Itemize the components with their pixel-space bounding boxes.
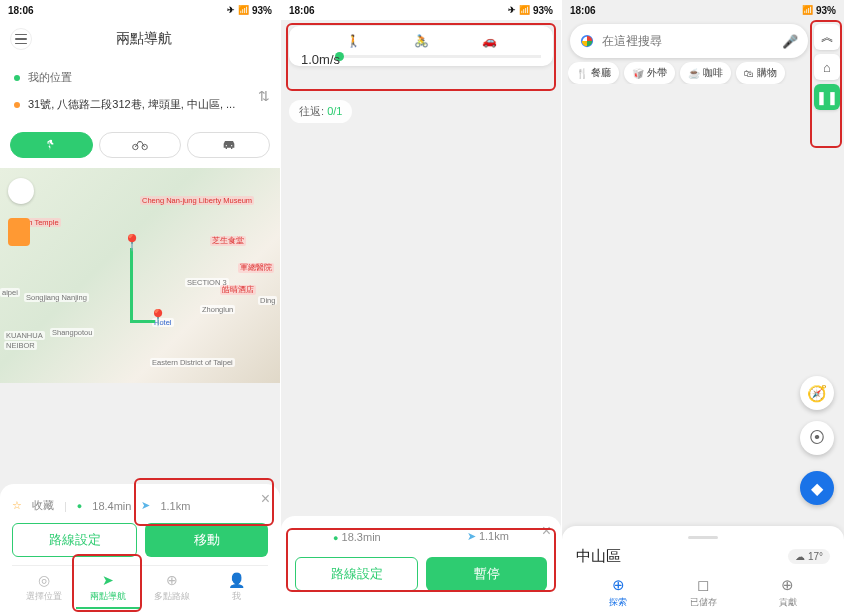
go-button[interactable]: 移動: [145, 523, 268, 557]
compass-button[interactable]: 🧭: [800, 376, 834, 410]
origin-input[interactable]: 我的位置: [10, 64, 270, 91]
google-icon: [580, 34, 594, 48]
directions-fab[interactable]: ◆: [800, 471, 834, 505]
nav-arrow-icon: ➤: [467, 530, 476, 542]
bottom-sheet[interactable]: 中山區 ☁17° ⊕探索 ◻已儲存 ⊕貢獻: [562, 526, 844, 615]
svg-point-3: [225, 145, 226, 146]
tab-contribute[interactable]: ⊕貢獻: [745, 576, 830, 609]
sheet-handle[interactable]: [688, 536, 718, 539]
status-battery: 93%: [816, 5, 836, 16]
plus-circle-icon: ⊕: [781, 576, 794, 594]
home-button[interactable]: ⌂: [814, 54, 840, 80]
car-icon: [221, 139, 237, 151]
screen-google-maps: 18:06 📶93% 龍江路 民生東路三段 長春路 合江街21巷 合江街31巷 …: [562, 0, 844, 615]
mode-car-button[interactable]: [187, 132, 270, 158]
bike-icon: [132, 139, 148, 151]
status-battery: 93%: [533, 5, 553, 16]
weather-badge: ☁17°: [788, 549, 830, 564]
nav-arrow-icon: ➤: [141, 499, 150, 512]
pause-button[interactable]: 暫停: [426, 557, 547, 591]
route-time: 18.4min: [92, 500, 131, 512]
destination-input[interactable]: 31號, 八德路二段312巷, 埤頭里, 中山區, ...: [10, 91, 270, 118]
close-icon[interactable]: ×: [542, 522, 551, 540]
tab-explore[interactable]: ⊕探索: [576, 576, 661, 609]
navigate-icon: ➤: [102, 572, 114, 588]
compass-icon: 🧭: [807, 384, 827, 403]
pause-icon: ❚❚: [816, 90, 838, 105]
close-icon[interactable]: ×: [261, 490, 270, 508]
status-time: 18:06: [8, 5, 34, 16]
chip-takeout[interactable]: 🥡外帶: [624, 62, 675, 84]
time-dot-icon: ●: [333, 533, 338, 543]
tab-select-location[interactable]: ◎選擇位置: [12, 566, 76, 609]
home-icon: ⌂: [823, 60, 831, 75]
route-distance: 1.1km: [160, 500, 190, 512]
directions-icon: ◆: [811, 479, 823, 498]
tab-profile[interactable]: 👤我: [204, 566, 268, 609]
swap-icon[interactable]: ⇅: [258, 88, 270, 104]
map-side-button[interactable]: [8, 218, 30, 246]
status-time: 18:06: [570, 5, 596, 16]
mode-walk-button[interactable]: [10, 132, 93, 158]
category-chips: 🍴餐廳 🥡外帶 ☕咖啡 🛍購物: [568, 62, 808, 84]
chevron-up-icon: ︽: [821, 28, 834, 46]
my-location-button[interactable]: ⦿: [800, 421, 834, 455]
location-title: 中山區: [576, 547, 621, 566]
map-layers-button[interactable]: [8, 178, 34, 204]
status-time: 18:06: [289, 5, 315, 16]
mode-bike-button[interactable]: [99, 132, 182, 158]
route-time: 18.3min: [342, 531, 381, 543]
locate-icon: ⦿: [809, 429, 825, 447]
screen-moving: 18:06 ✈📶93% 🚶 🚴 🚗 1.0m/s 往返: 0/1 × ● 18.…: [281, 0, 562, 615]
status-battery: 93%: [252, 5, 272, 16]
person-icon: 👤: [228, 572, 245, 588]
map-view[interactable]: Cheng Nan-jung Liberty Museum Songjiang …: [0, 168, 280, 383]
bike-icon[interactable]: 🚴: [414, 34, 429, 48]
origin-dot-icon: [14, 75, 20, 81]
bookmark-icon: ◻: [697, 576, 709, 594]
svg-point-4: [231, 145, 232, 146]
search-bar[interactable]: 🎤: [570, 24, 808, 58]
speed-card[interactable]: 🚶 🚴 🚗 1.0m/s: [289, 26, 553, 66]
chip-restaurant[interactable]: 🍴餐廳: [568, 62, 619, 84]
route-icon: ⊕: [166, 572, 178, 588]
walk-icon[interactable]: 🚶: [346, 34, 361, 48]
statusbar: 18:06 📶93%: [562, 0, 844, 20]
time-dot-icon: ●: [77, 501, 82, 511]
speed-slider[interactable]: [341, 55, 541, 58]
search-input[interactable]: [602, 34, 774, 48]
tab-two-point-nav[interactable]: ➤兩點導航: [76, 566, 140, 609]
route-sheet: × ● 18.3min ➤ 1.1km 路線設定 暫停: [281, 516, 561, 615]
favorite-label[interactable]: 收藏: [32, 498, 54, 513]
current-position-marker: [396, 276, 416, 296]
speed-value: 1.0m/s: [301, 52, 340, 67]
pause-fab[interactable]: ❚❚: [814, 84, 840, 110]
route-sheet: × ☆ 收藏 | ● 18.4min ➤ 1.1km 路線設定 移動 ◎選擇位置…: [0, 484, 280, 615]
collapse-button[interactable]: ︽: [814, 24, 840, 50]
destination-pin-icon: 📍: [148, 308, 168, 327]
menu-button[interactable]: [10, 28, 32, 50]
mic-icon[interactable]: 🎤: [782, 34, 798, 49]
screen-navigation: 18:06 ✈📶93% 兩點導航 我的位置 31號, 八德路二段312巷, 埤頭…: [0, 0, 281, 615]
chip-shopping[interactable]: 🛍購物: [736, 62, 785, 84]
statusbar: 18:06 ✈📶93%: [0, 0, 280, 20]
current-location-dot: [692, 292, 704, 304]
cloud-icon: ☁: [795, 551, 805, 562]
trips-counter: 往返: 0/1: [289, 100, 352, 123]
destination-dot-icon: [14, 102, 20, 108]
tab-saved[interactable]: ◻已儲存: [661, 576, 746, 609]
origin-pin-icon: 📍: [122, 233, 142, 252]
walk-icon: [44, 138, 58, 152]
tab-multi-route[interactable]: ⊕多點路線: [140, 566, 204, 609]
car-icon[interactable]: 🚗: [482, 34, 497, 48]
page-title: 兩點導航: [40, 30, 248, 48]
chip-coffee[interactable]: ☕咖啡: [680, 62, 731, 84]
star-icon: ☆: [12, 499, 22, 512]
route-distance: 1.1km: [479, 530, 509, 542]
route-settings-button[interactable]: 路線設定: [12, 523, 137, 557]
statusbar: 18:06 ✈📶93%: [281, 0, 561, 20]
explore-icon: ⊕: [612, 576, 625, 594]
location-pin-icon: ◎: [38, 572, 50, 588]
route-settings-button[interactable]: 路線設定: [295, 557, 418, 591]
